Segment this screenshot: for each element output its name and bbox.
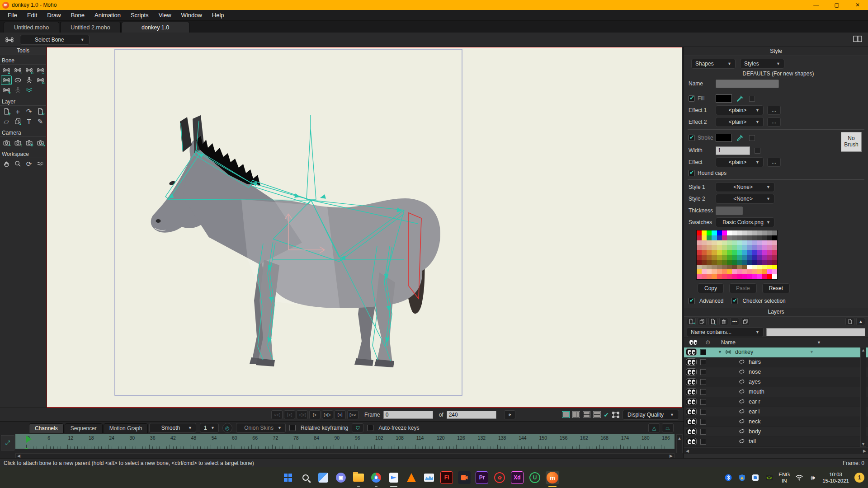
color-swatch[interactable] (762, 235, 767, 240)
layer-checkbox[interactable] (700, 379, 706, 385)
jump-end-button[interactable]: ▷| (335, 410, 346, 419)
style1-dropdown[interactable]: <None>▼ (716, 182, 774, 192)
no-brush-button[interactable]: No Brush (841, 132, 862, 152)
color-swatch[interactable] (712, 260, 717, 265)
layer-checkbox[interactable] (700, 439, 706, 445)
color-swatch[interactable] (732, 255, 737, 260)
color-swatch[interactable] (762, 269, 767, 274)
tool-animate-bone[interactable]: ➔ (1, 85, 12, 95)
color-swatch[interactable] (712, 245, 717, 250)
color-swatch[interactable] (737, 255, 742, 260)
color-swatch[interactable] (757, 265, 762, 270)
color-swatch[interactable] (697, 255, 702, 260)
color-swatch[interactable] (712, 240, 717, 245)
color-swatch[interactable] (737, 235, 742, 240)
color-swatch[interactable] (707, 230, 712, 235)
stroke-checkbox[interactable] (689, 135, 695, 141)
tool-translate-bone[interactable]: ↔ (35, 66, 46, 75)
layer-row-ayes[interactable]: ayes (684, 377, 868, 387)
color-swatch[interactable] (752, 245, 757, 250)
color-swatch[interactable] (697, 240, 702, 245)
color-swatch[interactable] (772, 240, 777, 245)
start-button[interactable] (281, 471, 295, 484)
color-swatch[interactable] (762, 240, 767, 245)
step-back-button[interactable]: ◁◁ (297, 410, 308, 419)
total-frames-input[interactable]: 240 (447, 411, 496, 419)
tab-untitled-moho[interactable]: Untitled.moho (4, 22, 59, 33)
tool-select-bone[interactable]: ▲ (1, 66, 12, 75)
color-swatch[interactable] (727, 240, 732, 245)
loop-button[interactable]: ▷○ (347, 410, 359, 419)
menu-draw[interactable]: Draw (42, 10, 66, 20)
color-swatch[interactable] (707, 265, 712, 270)
tool-rotate-layer-xy[interactable]: ↻ (35, 107, 46, 116)
bluetooth-icon[interactable] (724, 474, 732, 482)
color-swatch[interactable] (722, 250, 727, 255)
layer-checkbox[interactable] (700, 399, 706, 405)
color-swatch[interactable] (767, 269, 772, 274)
thickness-input[interactable] (716, 206, 743, 215)
color-swatch[interactable] (752, 250, 757, 255)
layer-checkbox[interactable] (700, 349, 706, 355)
reset-button[interactable]: Reset (762, 283, 790, 293)
checker-selection-checkbox[interactable] (731, 298, 738, 304)
color-swatch[interactable] (762, 230, 767, 235)
color-swatch[interactable] (727, 235, 732, 240)
layer-row-ear-l[interactable]: ear l (684, 407, 868, 417)
color-swatch[interactable] (742, 240, 747, 245)
color-swatch[interactable] (767, 255, 772, 260)
tool-reparent-bone[interactable]: C (24, 66, 34, 75)
color-swatch[interactable] (727, 260, 732, 265)
color-swatch[interactable] (757, 269, 762, 274)
detach-panel-icon[interactable] (845, 318, 854, 325)
advanced-checkbox[interactable] (689, 298, 695, 304)
color-swatch[interactable] (717, 274, 722, 279)
stroke-eyedropper-icon[interactable] (736, 134, 745, 142)
color-swatch[interactable] (767, 265, 772, 270)
tab-untitled-2-moho[interactable]: Untitled 2.moho (60, 22, 121, 33)
stroke-effect-dropdown[interactable]: <plain>▼ (716, 157, 764, 167)
animate-button[interactable]: Fl (440, 471, 453, 484)
split-view-4-button[interactable] (593, 411, 601, 418)
color-swatch[interactable] (742, 255, 747, 260)
menu-file[interactable]: File (3, 10, 22, 20)
layer-visibility-toggle[interactable] (686, 368, 697, 375)
menu-scripts[interactable]: Scripts (126, 10, 154, 20)
color-swatch[interactable] (727, 250, 732, 255)
nvidia-icon[interactable] (765, 474, 773, 482)
color-swatch[interactable] (772, 265, 777, 270)
chrome-button[interactable] (369, 471, 383, 484)
timeline-channels-area[interactable] (15, 449, 675, 453)
tool-rotate-workspace[interactable]: ⟳ (24, 159, 34, 169)
tool-eyedropper-tool[interactable]: ✎ (35, 117, 46, 126)
layer-options-chevron[interactable]: ▼ (810, 350, 814, 354)
color-swatch[interactable] (717, 255, 722, 260)
color-swatch[interactable] (712, 255, 717, 260)
select-bone-dropdown[interactable]: Select Bone ▼ (20, 35, 90, 45)
color-swatch[interactable] (712, 235, 717, 240)
moho-button[interactable]: m (546, 471, 559, 484)
duplicate-layer-button[interactable] (698, 318, 707, 325)
layers-vscrollbar[interactable]: ▲▼ (860, 347, 866, 447)
menu-edit[interactable]: Edit (22, 10, 42, 20)
color-swatch[interactable] (747, 274, 752, 279)
layer-checkbox[interactable] (700, 409, 706, 415)
color-swatch[interactable] (732, 240, 737, 245)
clock-date[interactable]: 10:0315-10-2021 (822, 471, 849, 484)
color-swatch[interactable] (722, 255, 727, 260)
interp-value-dropdown[interactable]: 1▼ (200, 423, 219, 433)
layer-visibility-toggle[interactable] (686, 438, 697, 445)
tab-donkey-1-0[interactable]: donkey 1.0 (122, 22, 189, 33)
color-swatch[interactable] (702, 250, 707, 255)
color-swatch[interactable] (762, 255, 767, 260)
name-contains-dropdown[interactable]: Name contains...▼ (687, 327, 764, 337)
layer-checkbox[interactable] (700, 369, 706, 375)
effect1-options-button[interactable]: ... (767, 106, 781, 115)
color-swatch[interactable] (717, 269, 722, 274)
color-swatch[interactable] (767, 235, 772, 240)
color-swatch[interactable] (727, 255, 732, 260)
uninstaller-button[interactable]: U (528, 471, 542, 484)
layer-checkbox[interactable] (700, 359, 706, 365)
color-swatch[interactable] (697, 235, 702, 240)
color-swatch[interactable] (712, 250, 717, 255)
